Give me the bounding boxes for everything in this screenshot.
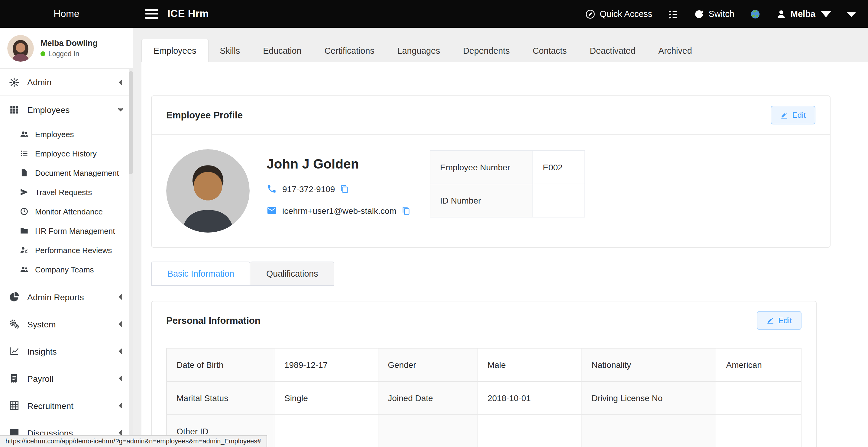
clock-icon	[20, 207, 28, 216]
personal-information-table: Date of Birth 1989-12-17 Gender Male Nat…	[166, 348, 802, 447]
table-row: ID Number	[430, 184, 585, 217]
field-value	[274, 415, 378, 447]
field-value: E002	[533, 151, 585, 184]
sidebar-scrollbar-thumb[interactable]	[129, 71, 133, 174]
submenu-item-label: Employees	[35, 130, 74, 139]
online-status-dot	[40, 51, 45, 56]
field-value	[716, 381, 802, 415]
tab-certifications[interactable]: Certifications	[313, 39, 385, 62]
icehrm-app: Home ICE Hrm Quick Access Switch	[0, 0, 868, 447]
gears-icon	[9, 319, 19, 329]
tab-deactivated[interactable]: Deactivated	[578, 39, 647, 62]
card-title: Employee Profile	[166, 109, 243, 121]
collapse-topbar-chevron-icon[interactable]	[847, 11, 856, 17]
chevron-left-icon	[117, 321, 124, 327]
submenu-hr-form-management[interactable]: HR Form Management	[0, 221, 133, 241]
switch-button[interactable]: Switch	[694, 9, 734, 19]
sidebar-item-label: Insights	[27, 346, 57, 356]
sidebar-item-insights[interactable]: Insights	[0, 338, 133, 365]
edit-profile-button[interactable]: Edit	[770, 106, 815, 124]
sidebar-profile: Melba Dowling Logged In	[0, 28, 133, 69]
submenu-item-label: Travel Requests	[35, 188, 92, 197]
personal-information-header: Personal Information Edit	[152, 301, 816, 340]
employees-submenu: Employees Employee History Document Mana…	[0, 123, 133, 283]
chevron-down-icon	[117, 106, 124, 113]
sidebar-scrollbar[interactable]	[129, 69, 133, 447]
quick-access-button[interactable]: Quick Access	[585, 9, 652, 19]
tab-contacts[interactable]: Contacts	[521, 39, 578, 62]
submenu-item-label: Monitor Attendance	[35, 207, 103, 216]
submenu-employee-history[interactable]: Employee History	[0, 144, 133, 163]
tab-languages[interactable]: Languages	[386, 39, 452, 62]
subtab-qualifications[interactable]: Qualifications	[251, 261, 335, 286]
table-row: Date of Birth 1989-12-17 Gender Male Nat…	[166, 348, 801, 381]
sidebar-item-payroll[interactable]: Payroll	[0, 365, 133, 392]
tab-employees[interactable]: Employees	[142, 39, 208, 62]
sidebar-item-label: System	[27, 319, 56, 329]
tasks-button[interactable]	[668, 9, 678, 19]
user-menu[interactable]: Melba	[776, 9, 831, 19]
field-label: Employee Number	[430, 151, 533, 184]
field-label	[378, 415, 477, 447]
folder-icon	[20, 226, 28, 235]
submenu-employees[interactable]: Employees	[0, 124, 133, 144]
sidebar-item-admin[interactable]: Admin	[0, 69, 133, 96]
submenu-item-label: Performance Reviews	[35, 246, 112, 255]
switch-refresh-icon	[694, 9, 704, 19]
employee-profile-header: Employee Profile Edit	[152, 96, 830, 135]
sidebar-item-employees[interactable]: Employees	[0, 96, 133, 123]
tab-content: Employee Profile Edit John J Golden	[142, 62, 868, 447]
field-value	[533, 184, 585, 217]
copy-email-icon[interactable]	[402, 206, 410, 215]
employee-phone[interactable]: 917-372-9109	[282, 184, 335, 194]
people-icon	[20, 130, 28, 138]
copy-phone-icon[interactable]	[340, 185, 349, 193]
pencil-icon	[780, 111, 788, 119]
home-link[interactable]: Home	[0, 8, 133, 19]
tab-archived[interactable]: Archived	[647, 39, 703, 62]
edit-personal-information-button[interactable]: Edit	[756, 311, 802, 330]
employee-name: John J Golden	[267, 156, 413, 172]
subtab-basic-information[interactable]: Basic Information	[151, 261, 251, 286]
email-icon	[267, 205, 277, 216]
submenu-item-label: Employee History	[35, 149, 97, 158]
field-label: Gender	[378, 348, 477, 381]
sidebar-item-system[interactable]: System	[0, 311, 133, 338]
chevron-left-icon	[117, 294, 124, 300]
sidebar-item-label: Admin Reports	[27, 292, 84, 302]
submenu-company-teams[interactable]: Company Teams	[0, 260, 133, 279]
sidebar-user-name: Melba Dowling	[40, 39, 98, 48]
chevron-left-icon	[117, 348, 124, 355]
sidebar-item-label: Admin	[27, 77, 51, 87]
table-grid-icon	[9, 401, 19, 411]
receipt-icon	[9, 373, 19, 384]
employee-id-table: Employee Number E002 ID Number	[430, 151, 585, 218]
sidebar-item-label: Recruitment	[27, 401, 73, 411]
app-title: ICE Hrm	[167, 8, 209, 20]
tab-dependents[interactable]: Dependents	[452, 39, 521, 62]
language-button[interactable]	[750, 9, 761, 19]
tab-education[interactable]: Education	[251, 39, 313, 62]
document-icon	[20, 168, 28, 177]
sidebar-item-admin-reports[interactable]: Admin Reports	[0, 283, 133, 311]
hamburger-menu-icon[interactable]	[145, 9, 158, 19]
user-name-label: Melba	[790, 9, 815, 19]
chevron-left-icon	[117, 402, 124, 409]
field-label: Driving License No	[582, 381, 716, 415]
submenu-monitor-attendance[interactable]: Monitor Attendance	[0, 202, 133, 221]
field-label: Date of Birth	[166, 348, 274, 381]
submenu-performance-reviews[interactable]: Performance Reviews	[0, 241, 133, 260]
tab-skills[interactable]: Skills	[208, 39, 251, 62]
field-value: Male	[477, 348, 582, 381]
employee-photo	[166, 149, 250, 232]
performance-icon	[20, 246, 28, 254]
login-status: Logged In	[40, 50, 98, 57]
employee-email[interactable]: icehrm+user1@web-stalk.com	[282, 206, 397, 215]
phone-icon	[267, 184, 277, 194]
sidebar-item-recruitment[interactable]: Recruitment	[0, 392, 133, 419]
submenu-travel-requests[interactable]: Travel Requests	[0, 183, 133, 202]
chevron-left-icon	[117, 375, 124, 382]
ship-wheel-icon	[9, 77, 19, 87]
submenu-document-management[interactable]: Document Management	[0, 163, 133, 183]
caret-down-icon	[821, 9, 831, 19]
